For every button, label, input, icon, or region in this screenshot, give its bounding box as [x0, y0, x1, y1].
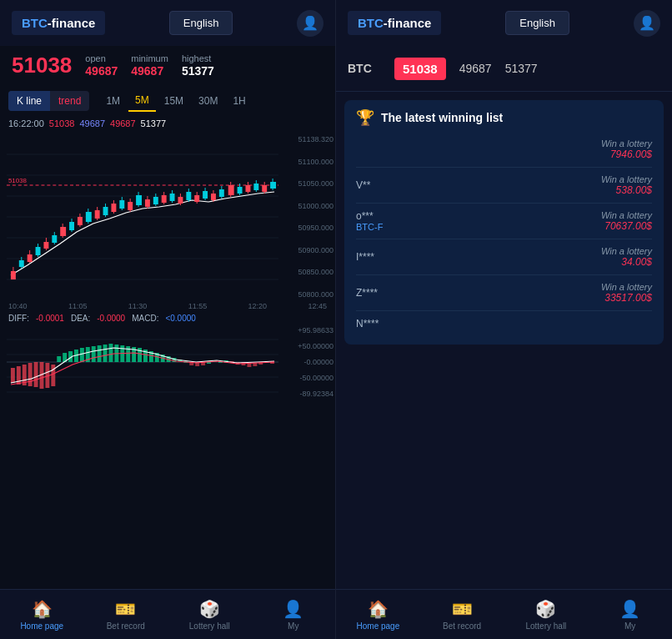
left-brand: BTCBTC-finance-finance [12, 11, 105, 35]
win-combined-5: Win a lottery 33517.00$ [601, 282, 652, 304]
macd-chart: +95.98633 +50.00000 -0.00000 -50.00000 -… [0, 325, 335, 400]
left-panel: BTCBTC-finance-finance English 👤 51038 o… [0, 0, 336, 639]
chart-high: 51377 [141, 118, 167, 128]
svg-rect-66 [245, 185, 250, 192]
trend-tab[interactable]: trend [50, 91, 89, 111]
macd-svg [7, 325, 278, 400]
winner-name-4: I**** [356, 251, 374, 263]
winning-row: V** Win a lottery 538.00$ [356, 168, 652, 204]
svg-rect-78 [11, 368, 15, 383]
winner-name-6: N**** [356, 318, 379, 330]
x-labels: 10:40 11:05 11:30 11:55 12:20 12:45 [0, 300, 335, 312]
svg-rect-42 [145, 199, 150, 207]
winning-header: 🏆 The latest winning list [356, 108, 652, 127]
winner-name-5: Z**** [356, 287, 378, 299]
my-icon: 👤 [283, 599, 303, 619]
tab-5m[interactable]: 5M [128, 90, 156, 112]
right-home-icon: 🏠 [368, 599, 389, 619]
svg-rect-26 [78, 217, 83, 225]
left-price-main: 51038 [12, 53, 72, 78]
svg-rect-68 [253, 184, 258, 190]
left-header: BTCBTC-finance-finance English 👤 [0, 0, 335, 46]
winning-card: 🏆 The latest winning list Win a lottery … [344, 100, 664, 345]
win-combined-4: Win a lottery 34.00$ [601, 246, 652, 268]
svg-rect-34 [111, 204, 116, 212]
right-nav-bet-label: Bet record [443, 621, 481, 631]
bet-icon: 🎫 [115, 599, 136, 619]
svg-rect-64 [238, 187, 243, 194]
win-combined-2: Win a lottery 538.00$ [601, 174, 652, 196]
right-nav-home[interactable]: 🏠 Home page [336, 590, 420, 639]
svg-rect-30 [95, 210, 100, 219]
svg-rect-46 [162, 195, 167, 203]
svg-rect-16 [36, 247, 41, 255]
chart-info-bar: 16:22:00 51038 49687 49687 51377 [0, 117, 335, 130]
svg-rect-24 [69, 222, 74, 230]
right-nav-bet[interactable]: 🎫 Bet record [420, 590, 504, 639]
right-nav-lottery[interactable]: 🎲 Lottery hall [504, 590, 589, 639]
svg-rect-12 [19, 260, 24, 267]
chart-time: 16:22:00 [8, 118, 44, 128]
tab-1h[interactable]: 1H [226, 90, 252, 112]
left-bottom-nav: 🏠 Home page 🎫 Bet record 🎲 Lottery hall … [0, 589, 335, 639]
min-price: minimum 49687 [131, 53, 168, 78]
svg-rect-48 [170, 194, 175, 201]
trophy-icon: 🏆 [356, 108, 374, 127]
winning-row: I**** Win a lottery 34.00$ [356, 239, 652, 275]
winning-row: N**** [356, 311, 652, 336]
svg-rect-22 [60, 227, 66, 236]
winning-row: o*** BTC-F Win a lottery 70637.00$ [356, 204, 652, 239]
svg-rect-58 [211, 194, 216, 200]
left-nav-my[interactable]: 👤 My [252, 590, 336, 639]
svg-rect-52 [186, 192, 191, 200]
macd-y-labels: +95.98633 +50.00000 -0.00000 -50.00000 -… [298, 325, 333, 400]
right-nav-home-label: Home page [357, 621, 400, 631]
right-price-2: 49687 [459, 62, 492, 75]
kline-trend-group: K line trend [8, 91, 89, 111]
nav-lottery-label: Lottery hall [189, 621, 230, 631]
winning-title: The latest winning list [381, 111, 503, 124]
svg-rect-10 [11, 271, 16, 279]
winning-row: Win a lottery 7946.00$ [356, 132, 652, 168]
svg-rect-54 [194, 195, 199, 202]
left-lang-selector[interactable]: English [169, 11, 233, 35]
svg-rect-85 [51, 365, 55, 386]
svg-rect-72 [270, 182, 276, 189]
svg-rect-92 [92, 346, 96, 362]
nav-bet-label: Bet record [107, 621, 145, 631]
right-nav-my[interactable]: 👤 My [588, 590, 672, 639]
main-chart: 51138.320 51100.000 51050.000 51000.000 … [0, 133, 335, 300]
chart-close: 49687 [79, 118, 105, 128]
winning-row: Z**** Win a lottery 33517.00$ [356, 275, 652, 311]
right-bottom-nav: 🏠 Home page 🎫 Bet record 🎲 Lottery hall … [336, 589, 672, 639]
chart-tabs: K line trend 1M 5M 15M 30M 1H [0, 85, 335, 117]
win-combined-3: Win a lottery 70637.00$ [601, 210, 652, 232]
right-lottery-icon: 🎲 [535, 599, 556, 619]
win-combined-1: Win a lottery 7946.00$ [601, 138, 652, 160]
left-nav-bet[interactable]: 🎫 Bet record [84, 590, 168, 639]
svg-rect-60 [219, 189, 224, 197]
right-avatar[interactable]: 👤 [634, 10, 660, 37]
winner-name-2: V** [356, 179, 370, 191]
svg-rect-36 [119, 200, 124, 209]
right-panel: BTC-finance English 👤 BTC 51038 49687 51… [336, 0, 672, 639]
left-nav-lottery[interactable]: 🎲 Lottery hall [168, 590, 252, 639]
svg-rect-82 [34, 362, 38, 387]
left-nav-home[interactable]: 🏠 Home page [0, 590, 84, 639]
tab-1m[interactable]: 1M [99, 90, 127, 112]
kline-tab[interactable]: K line [8, 91, 50, 111]
svg-rect-18 [43, 242, 48, 249]
left-avatar[interactable]: 👤 [297, 10, 323, 37]
svg-rect-95 [108, 344, 113, 362]
tab-30m[interactable]: 30M [192, 90, 224, 112]
svg-rect-38 [128, 202, 133, 210]
winning-section: 🏆 The latest winning list Win a lottery … [336, 92, 672, 589]
right-lang-selector[interactable]: English [505, 11, 569, 35]
right-nav-lottery-label: Lottery hall [525, 621, 566, 631]
svg-rect-14 [28, 254, 33, 262]
svg-rect-86 [57, 356, 61, 362]
svg-rect-90 [80, 348, 84, 362]
tab-15m[interactable]: 15M [158, 90, 190, 112]
nav-home-label: Home page [20, 621, 63, 631]
time-tabs: 1M 5M 15M 30M 1H [99, 90, 252, 112]
